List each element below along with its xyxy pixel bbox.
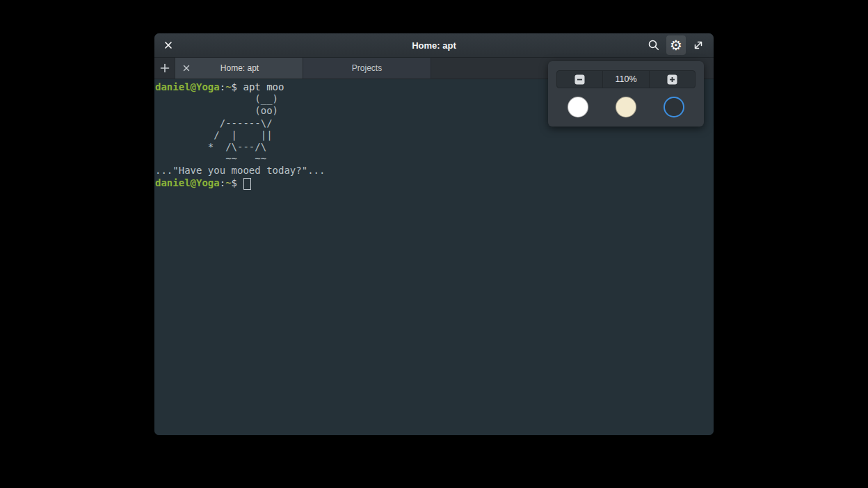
zoom-control: 110% — [556, 70, 696, 88]
theme-selector — [548, 97, 704, 117]
theme-option-dark[interactable] — [664, 97, 684, 117]
terminal-screen[interactable]: daniel@Yoga:~$ apt moo (__) (oo) /------… — [154, 79, 714, 435]
headerbar: Home: apt ⚙ — [154, 33, 714, 58]
settings-button[interactable]: ⚙ — [666, 35, 686, 55]
terminal-line: daniel@Yoga:~$ — [155, 177, 711, 190]
desktop-background: Home: apt ⚙ — [0, 0, 868, 488]
zoom-level: 110% — [602, 71, 648, 88]
new-tab-button[interactable] — [154, 58, 175, 79]
zoom-out-icon — [574, 74, 585, 85]
tab-label: Projects — [303, 63, 431, 73]
fullscreen-icon — [693, 40, 704, 51]
terminal-line: * /\---/\ — [155, 141, 711, 153]
tab-label: Home: apt — [193, 63, 286, 73]
tab-projects[interactable]: Projects — [303, 58, 431, 79]
window-close-button[interactable] — [159, 35, 178, 55]
gear-icon: ⚙ — [670, 38, 682, 52]
theme-option-light[interactable] — [568, 97, 588, 117]
close-icon — [182, 64, 191, 72]
zoom-in-button[interactable] — [649, 71, 695, 88]
zoom-in-icon — [667, 74, 677, 85]
search-button[interactable] — [644, 35, 664, 55]
fullscreen-button[interactable] — [689, 35, 708, 55]
settings-popover: 110% — [548, 61, 704, 127]
terminal-line: / | || — [155, 129, 711, 141]
window-title: Home: apt — [154, 40, 714, 51]
plus-icon — [160, 63, 170, 73]
close-icon — [163, 40, 173, 50]
theme-option-sepia[interactable] — [616, 97, 636, 117]
headerbar-actions: ⚙ — [644, 35, 714, 55]
tab-home-apt[interactable]: Home: apt — [175, 58, 303, 79]
terminal-line: ~~ ~~ — [155, 153, 711, 165]
zoom-out-button[interactable] — [557, 71, 602, 88]
tab-close-button[interactable] — [179, 61, 193, 75]
terminal-line: ..."Have you mooed today?"... — [155, 165, 711, 177]
search-icon — [648, 39, 660, 51]
